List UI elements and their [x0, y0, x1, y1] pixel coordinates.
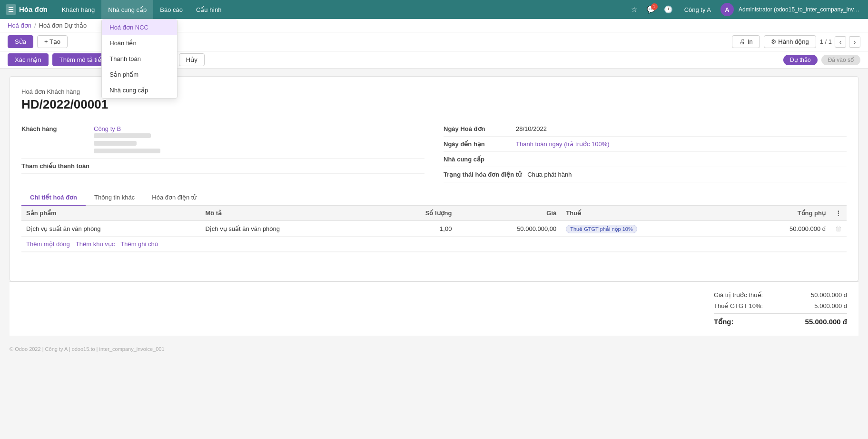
app-logo-icon: ☰	[6, 4, 16, 15]
delete-icon[interactable]: 🗑	[835, 225, 842, 232]
add-note-link[interactable]: Thêm ghi chú	[120, 240, 158, 248]
dropdown-item-hoantien[interactable]: Hoàn tiền	[102, 35, 177, 51]
address-lines	[94, 132, 160, 154]
print-button[interactable]: 🖨 In	[732, 35, 760, 48]
invoice-table: Sản phẩm Mô tả Số lượng Giá Thuế Tổng ph…	[21, 206, 847, 252]
col-product: Sản phẩm	[21, 206, 200, 221]
star-icon[interactable]: ☆	[628, 3, 641, 16]
dropdown-item-nhacungcap[interactable]: Nhà cung cấp	[102, 82, 177, 98]
row-subtotal: 50.000.000 đ	[733, 221, 830, 237]
col-subtotal: Tổng phụ	[733, 206, 830, 221]
totals-section: Giá trị trước thuế: 50.000.000 đ Thuế GT…	[10, 281, 858, 336]
user-name: Administrator (odoo15_to_inter_company_i…	[739, 6, 862, 13]
row-tax: Thuế GTGT phải nộp 10%	[561, 221, 733, 237]
row-quantity[interactable]: 1,00	[380, 221, 457, 237]
tab-hoadondientu[interactable]: Hóa đơn điện tử	[143, 190, 205, 206]
address-line-2	[94, 141, 137, 146]
dropdown-menu: Hoá đơn NCC Hoàn tiền Thanh toán Sản phẩ…	[101, 19, 178, 99]
due-date-label: Ngày đến hạn	[444, 140, 510, 148]
topnav-right: ☆ 💬 1 🕐 Công ty A A Administrator (odoo1…	[628, 3, 862, 16]
total-label: Tổng:	[714, 318, 733, 326]
table-row: Dịch vụ suất ăn văn phòng Dịch vụ suất ă…	[21, 221, 847, 237]
totals-table: Giá trị trước thuế: 50.000.000 đ Thuế GT…	[714, 289, 847, 328]
invoice-date-value[interactable]: 28/10/2022	[516, 125, 547, 132]
tab-chitiet[interactable]: Chi tiết hoá đơn	[21, 190, 86, 206]
add-row-link[interactable]: Thêm một dòng	[26, 240, 70, 248]
breadcrumb-current: Hoá đơn Dự thảo	[39, 22, 87, 29]
einvoice-status-value: Chưa phát hành	[527, 171, 572, 178]
field-invoice-date: Ngày Hoá đơn 28/10/2022	[444, 121, 847, 137]
chat-badge: 1	[651, 3, 658, 10]
clock-icon[interactable]: 🕐	[662, 3, 675, 16]
invoice-fields-right: Ngày Hoá đơn 28/10/2022 Ngày đến hạn Tha…	[444, 121, 847, 182]
invoice-number: HD/2022/00001	[21, 97, 847, 112]
cancel-button[interactable]: Hủy	[179, 53, 205, 66]
customer-value[interactable]: Công ty B	[94, 125, 160, 132]
next-button[interactable]: ›	[849, 36, 860, 48]
avatar[interactable]: A	[720, 3, 734, 16]
table-header-row: Sản phẩm Mô tả Số lượng Giá Thuế Tổng ph…	[21, 206, 847, 221]
row-product[interactable]: Dịch vụ suất ăn văn phòng	[21, 221, 200, 237]
company-label: Công ty A	[680, 6, 716, 13]
col-price: Giá	[456, 206, 561, 221]
address-line-1	[94, 133, 151, 138]
dropdown-item-thanhtoan[interactable]: Thanh toán	[102, 51, 177, 67]
totals-tax-row: Thuế GTGT 10%: 5.000.000 đ	[714, 300, 847, 311]
tabs-bar: Chi tiết hoá đơn Thông tin khác Hóa đơn …	[21, 190, 847, 206]
col-description: Mô tả	[200, 206, 379, 221]
pretax-value: 50.000.000 đ	[811, 291, 847, 299]
total-value: 55.000.000 đ	[805, 318, 847, 326]
field-payment-ref: Tham chiếu thanh toán	[21, 159, 424, 174]
footer: © Odoo 2022 | Công ty A | odoo15.to | in…	[0, 343, 868, 355]
invoice-date-label: Ngày Hoá đơn	[444, 125, 510, 132]
new-button[interactable]: + Tạo	[37, 35, 68, 48]
topnav-khachhang[interactable]: Khách hàng	[55, 0, 101, 19]
topnav: ☰ Hóa đơn Khách hàng Nhà cung cấp Hoá đơ…	[0, 0, 868, 19]
row-description[interactable]: Dịch vụ suất ăn văn phòng	[200, 221, 379, 237]
totals-pretax-row: Giá trị trước thuế: 50.000.000 đ	[714, 289, 847, 300]
payment-ref-label: Tham chiếu thanh toán	[21, 162, 89, 170]
topnav-nhacungcap[interactable]: Nhà cung cấp Hoá đơn NCC Hoàn tiền Thanh…	[101, 0, 153, 19]
add-row-bar: Thêm một dòng Thêm khu vực Thêm ghi chú	[21, 237, 847, 252]
row-price[interactable]: 50.000.000,00	[456, 221, 561, 237]
status-draft-chip[interactable]: Dự thảo	[783, 55, 818, 65]
field-supplier: Nhà cung cấp	[444, 152, 847, 167]
dropdown-item-sanpham[interactable]: Sản phẩm	[102, 67, 177, 82]
row-delete[interactable]: 🗑	[830, 221, 847, 237]
pagination: 1 / 1 ‹ ›	[820, 36, 860, 48]
breadcrumb-parent[interactable]: Hoá đơn	[8, 22, 31, 29]
add-section-link[interactable]: Thêm khu vực	[76, 240, 115, 248]
add-row-actions: Thêm một dòng Thêm khu vực Thêm ghi chú	[21, 237, 847, 252]
table-empty-space	[21, 252, 847, 281]
invoice-fields: Khách hàng Công ty B Tham chiếu thanh to…	[21, 121, 847, 182]
field-customer: Khách hàng Công ty B	[21, 121, 424, 159]
tax-value: 5.000.000 đ	[814, 302, 847, 309]
topnav-baocao[interactable]: Báo cáo	[153, 0, 189, 19]
col-options: ⋮	[830, 206, 847, 221]
supplier-label: Nhà cung cấp	[444, 156, 510, 163]
invoice-fields-left: Khách hàng Công ty B Tham chiếu thanh to…	[21, 121, 424, 182]
chat-icon[interactable]: 💬 1	[645, 3, 658, 16]
dropdown-item-hoadonncc[interactable]: Hoá đơn NCC	[102, 20, 177, 35]
due-date-value[interactable]: Thanh toán ngay (trả trước 100%)	[516, 140, 610, 148]
confirm-button[interactable]: Xác nhận	[8, 53, 49, 66]
tax-label: Thuế GTGT 10%:	[714, 302, 763, 309]
prev-button[interactable]: ‹	[835, 36, 846, 48]
tax-badge: Thuế GTGT phải nộp 10%	[566, 225, 637, 233]
totals-total-row: Tổng: 55.000.000 đ	[714, 313, 847, 328]
col-tax: Thuế	[561, 206, 733, 221]
app-logo[interactable]: ☰ Hóa đơn	[6, 4, 48, 15]
main-content: Hoá đơn Khách hàng HD/2022/00001 Khách h…	[0, 69, 868, 343]
tab-thongtin[interactable]: Thông tin khác	[86, 190, 143, 206]
einvoice-status-label: Trạng thái hóa đơn điện tử	[444, 171, 522, 178]
edit-button[interactable]: Sửa	[8, 35, 33, 48]
footer-text: © Odoo 2022 | Công ty A | odoo15.to | in…	[10, 346, 165, 352]
pretax-label: Giá trị trước thuế:	[714, 291, 763, 299]
action-button[interactable]: ⚙ Hành động	[764, 35, 816, 48]
topnav-cauhinh[interactable]: Cấu hình	[189, 0, 228, 19]
topnav-menu: Khách hàng Nhà cung cấp Hoá đơn NCC Hoàn…	[55, 0, 228, 19]
field-einvoice-status: Trạng thái hóa đơn điện tử Chưa phát hàn…	[444, 167, 847, 182]
breadcrumb-sep: /	[34, 22, 36, 29]
col-qty: Số lượng	[380, 206, 457, 221]
status-posted-chip[interactable]: Đã vào sổ	[821, 55, 860, 65]
